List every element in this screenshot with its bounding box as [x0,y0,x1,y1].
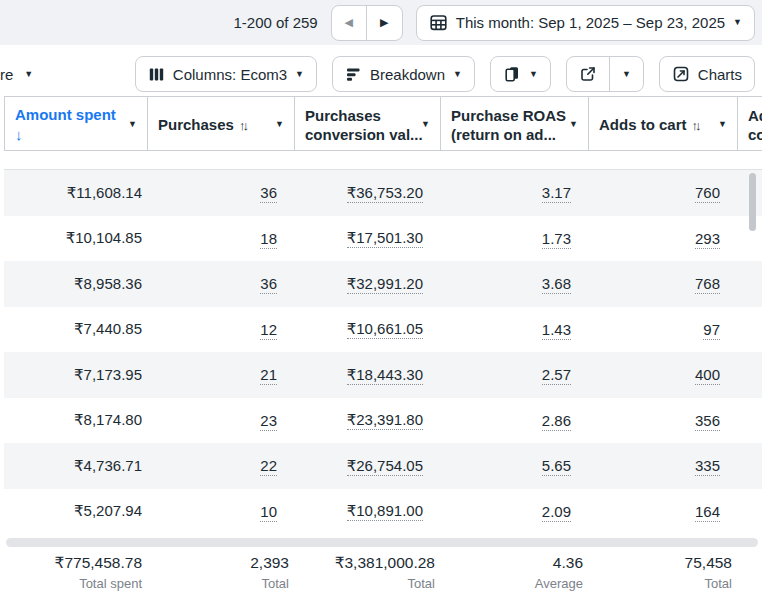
column-header-purchases[interactable]: Purchases↑↓ ▼ [148,97,295,150]
total-value: 2,393 [147,554,289,572]
column-header-purchase-roas[interactable]: Purchase ROAS (return on ad... ▼ [441,97,589,150]
header-gap-strip [4,151,762,170]
total-conversion-value: ₹3,381,000.28 Total [294,554,440,591]
vertical-scrollbar-thumb[interactable] [749,173,756,231]
column-label-line2: co [748,125,762,144]
cell-roas: 2.86 [440,412,588,429]
calendar-icon [429,13,448,32]
column-label-line1: Purchases [305,106,416,125]
chevron-down-icon: ▼ [529,70,538,79]
cell-amount-spent: ₹5,207.94 [4,502,147,520]
pagination-count: 1-200 of 259 [233,14,317,31]
cell-amount-spent: ₹7,440.85 [4,320,147,338]
breakdown-button-label: Breakdown [370,66,445,83]
column-label-line1: Ad [748,106,762,125]
total-adds-to-cart: 75,458 Total [588,554,737,591]
total-value: 75,458 [588,554,732,572]
table-row[interactable]: ₹7,440.85 12 ₹10,661.05 1.43 97 [4,307,762,353]
totals-row: ₹775,458.78 Total spent 2,393 Total ₹3,3… [4,547,762,591]
table-row[interactable]: ₹8,174.80 23 ₹23,391.80 2.86 356 [4,398,762,444]
column-header-adds-to-cart[interactable]: Adds to cart↑↓ ▼ [589,97,738,150]
cell-adds-to-cart: 335 [588,457,737,474]
chevron-down-icon: ▼ [453,70,462,79]
total-roas: 4.36 Average [440,554,588,591]
toolbar-button-group: Columns: Ecom3 ▼ Breakdown ▼ ▼ [135,56,755,92]
total-value: ₹3,381,000.28 [294,554,435,572]
column-header-purchases-conversion-value[interactable]: Purchases conversion val... ▼ [295,97,441,150]
table-row[interactable]: ₹8,958.36 36 ₹32,991.20 3.68 768 [4,261,762,307]
column-label: Amount spent [15,105,123,124]
cell-amount-spent: ₹8,174.80 [4,411,147,429]
columns-icon [148,66,165,83]
column-label-line2: (return on ad... [451,125,564,144]
cell-adds-to-cart: 768 [588,275,737,292]
total-label: Total [588,576,732,591]
total-purchases: 2,393 Total [147,554,294,591]
cell-conversion-value: ₹18,443.30 [294,366,440,384]
total-value: 4.36 [440,554,583,572]
total-label: Average [440,576,583,591]
cell-purchases: 36 [147,275,294,292]
cell-amount-spent: ₹8,958.36 [4,275,147,293]
pagination-control: ◀ ▶ [331,5,403,41]
total-label: Total [147,576,289,591]
column-header-cutoff[interactable]: Ad co [738,97,762,150]
horizontal-scrollbar[interactable] [6,538,758,547]
chevron-down-icon: ▼ [275,119,284,128]
metrics-table: Amount spent ↓ ▼ Purchases↑↓ ▼ Purchases… [4,96,762,591]
table-row[interactable]: ₹11,608.14 36 ₹36,753.20 3.17 760 [4,170,762,216]
charts-button[interactable]: Charts [659,56,755,92]
cell-roas: 1.73 [440,230,588,247]
chart-trend-icon [672,65,690,83]
sort-toggle-icon: ↑↓ [692,118,699,133]
cell-roas: 3.68 [440,275,588,292]
total-value: ₹775,458.78 [4,554,142,572]
top-bar: 1-200 of 259 ◀ ▶ This month: Sep 1, 2025… [0,0,762,45]
stacked-pages-icon [503,65,521,83]
breakdown-button[interactable]: Breakdown ▼ [332,56,475,92]
chevron-left-icon: ◀ [344,16,352,29]
export-icon [579,65,597,83]
cell-purchases: 12 [147,321,294,338]
cell-amount-spent: ₹11,608.14 [4,184,147,202]
table-row[interactable]: ₹7,173.95 21 ₹18,443.30 2.57 400 [4,352,762,398]
charts-button-label: Charts [698,66,742,83]
reports-button[interactable]: ▼ [490,56,551,92]
chevron-down-icon: ▼ [569,119,578,128]
cell-roas: 2.57 [440,366,588,383]
column-header-amount-spent[interactable]: Amount spent ↓ ▼ [5,97,148,150]
date-range-button[interactable]: This month: Sep 1, 2025 – Sep 23, 2025 ▼ [416,5,755,41]
cell-adds-to-cart: 293 [588,230,737,247]
chevron-down-icon: ▼ [24,70,33,79]
table-row[interactable]: ₹5,207.94 10 ₹10,891.00 2.09 164 [4,489,762,535]
cell-adds-to-cart: 97 [588,321,737,338]
cell-amount-spent: ₹7,173.95 [4,366,147,384]
column-label: Purchases [158,116,234,133]
total-cutoff [737,554,762,591]
columns-button-label: Columns: Ecom3 [173,66,287,83]
cell-roas: 3.17 [440,184,588,201]
more-button-cutoff[interactable]: re ▼ [0,56,33,92]
total-label: Total spent [4,576,142,591]
chevron-down-icon: ▼ [421,119,430,128]
table-body: ₹11,608.14 36 ₹36,753.20 3.17 760 ₹10,10… [4,170,762,534]
cell-adds-to-cart: 164 [588,503,737,520]
more-button-label: re [0,66,13,83]
chevron-right-icon: ▶ [380,16,388,29]
columns-button[interactable]: Columns: Ecom3 ▼ [135,56,317,92]
next-page-button[interactable]: ▶ [367,6,402,40]
table-row[interactable]: ₹10,104.85 18 ₹17,501.30 1.73 293 [4,216,762,262]
table-row[interactable]: ₹4,736.71 22 ₹26,754.05 5.65 335 [4,443,762,489]
chevron-down-icon: ▼ [295,70,304,79]
previous-page-button[interactable]: ◀ [332,6,367,40]
cell-purchases: 22 [147,457,294,474]
chevron-down-icon: ▼ [128,119,137,128]
cell-roas: 2.09 [440,503,588,520]
chevron-down-icon: ▼ [733,18,742,27]
export-options-button[interactable]: ▼ [609,57,643,91]
total-amount-spent: ₹775,458.78 Total spent [4,554,147,591]
export-button[interactable] [567,57,609,91]
cell-conversion-value: ₹17,501.30 [294,229,440,247]
export-split-button: ▼ [566,56,644,92]
total-label: Total [294,576,435,591]
